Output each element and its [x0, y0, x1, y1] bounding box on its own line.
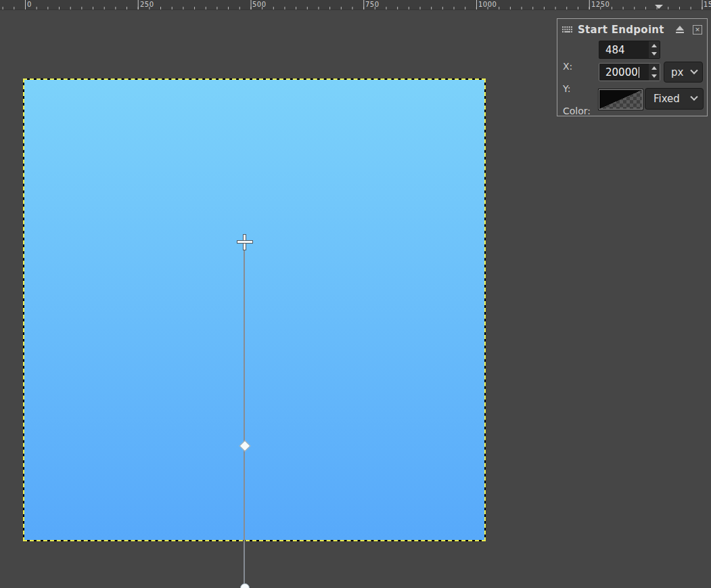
ruler-tick-label: 1000: [478, 1, 497, 8]
ruler-tick-label: 750: [365, 1, 380, 8]
x-coordinate-label: X:: [563, 61, 572, 72]
ruler-tick-label: 1250: [591, 1, 610, 8]
triangle-down-icon: [651, 52, 657, 55]
gradient-end-handle[interactable]: [240, 583, 250, 588]
color-swatch-button[interactable]: [599, 89, 643, 110]
spin-up-button[interactable]: [649, 41, 660, 50]
y-coordinate-input[interactable]: 20000: [599, 64, 649, 81]
ruler-tick-label: 500: [252, 1, 267, 8]
color-label: Color:: [563, 106, 591, 116]
text-cursor: [639, 67, 639, 78]
unit-dropdown-value: px: [671, 66, 691, 78]
crosshair-icon: [237, 240, 253, 244]
canvas-image[interactable]: [23, 78, 486, 541]
pointer-position-marker-icon: [655, 5, 663, 9]
horizontal-ruler[interactable]: 0 250 500 750 1000 1250 15: [0, 0, 711, 10]
ruler-tick-label: 0: [27, 1, 32, 8]
gradient-color-mode-dropdown[interactable]: Fixed: [645, 88, 704, 110]
unit-dropdown[interactable]: px: [664, 62, 703, 83]
eject-icon: [676, 26, 684, 30]
chevron-down-icon: [690, 93, 697, 101]
x-coordinate-spinbutton[interactable]: 484: [599, 41, 660, 59]
x-spinner: [649, 41, 660, 58]
spin-down-button[interactable]: [649, 50, 660, 59]
detach-button[interactable]: [675, 25, 685, 35]
x-coordinate-value: 484: [605, 44, 625, 56]
close-icon: ✕: [695, 27, 700, 33]
ruler-tick-label: 250: [140, 1, 154, 8]
triangle-up-icon: [651, 44, 657, 47]
gimp-image-window: 0 250 500 750 1000 1250 15 Start Endpoin…: [0, 0, 711, 588]
spin-down-button[interactable]: [649, 72, 660, 81]
start-endpoint-dialog: Start Endpoint ✕ X: 484 Y: 200: [557, 18, 708, 116]
dialog-titlebar[interactable]: Start Endpoint ✕: [562, 23, 702, 37]
y-coordinate-label: Y:: [563, 83, 570, 94]
y-coordinate-spinbutton[interactable]: 20000: [599, 63, 660, 81]
y-spinner: [649, 64, 660, 81]
gradient-start-handle[interactable]: [237, 234, 253, 250]
gradient-color-mode-value: Fixed: [653, 93, 691, 105]
triangle-up-icon: [651, 66, 657, 70]
triangle-down-icon: [651, 74, 657, 78]
chevron-down-icon: [690, 66, 697, 74]
keyboard-grip-icon: [562, 26, 572, 34]
dialog-title: Start Endpoint: [578, 24, 664, 36]
close-button[interactable]: ✕: [693, 25, 702, 35]
eject-icon: [676, 32, 684, 33]
y-coordinate-value: 20000: [605, 66, 638, 78]
ruler-tick-label: 15: [704, 1, 711, 8]
spin-up-button[interactable]: [649, 64, 660, 72]
x-coordinate-input[interactable]: 484: [599, 41, 649, 58]
gradient-tool-line[interactable]: [244, 250, 245, 588]
